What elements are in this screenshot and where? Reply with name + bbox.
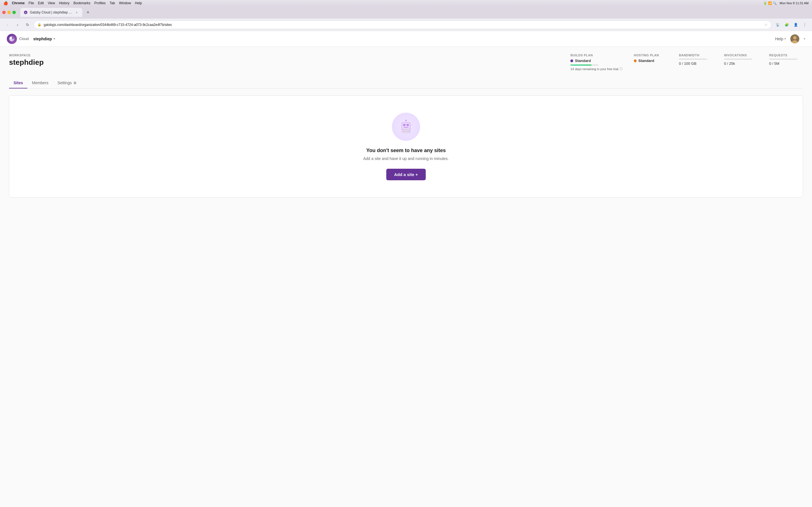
bookmarks-menu[interactable]: Bookmarks	[73, 1, 91, 5]
bandwidth-label: BANDWIDTH	[679, 54, 713, 57]
builds-plan: BUILDS PLAN Standard 14 days remaining i…	[570, 54, 622, 71]
gatsby-logo-icon	[7, 34, 17, 44]
builds-trial-progress-fill	[570, 64, 592, 66]
tab-title: Gatsby Cloud | stephdiep | Site…	[30, 10, 72, 14]
chrome-menu-label[interactable]: Chrome	[12, 1, 24, 5]
builds-trial-progress-bar	[570, 64, 599, 66]
bandwidth-value: 0 / 100 GB	[679, 61, 713, 66]
tab-menu[interactable]: Tab	[110, 1, 115, 5]
macos-menu-bar: 🍎 Chrome File Edit View History Bookmark…	[0, 0, 812, 6]
tab-settings[interactable]: Settings ⚙	[53, 78, 82, 89]
trial-label: days remaining in your free trial	[575, 67, 618, 71]
user-avatar[interactable]	[790, 34, 799, 43]
forward-button[interactable]: ›	[13, 21, 21, 29]
tabs-navigation: Sites Members Settings ⚙	[9, 78, 803, 89]
invocations-metric: INVOCATIONS 0 / 25k	[724, 54, 758, 66]
requests-bar	[769, 59, 797, 60]
builds-plan-badge: Standard	[570, 59, 622, 63]
tab-sites[interactable]: Sites	[9, 78, 28, 89]
builds-plan-name: Standard	[575, 59, 591, 63]
window-close-button[interactable]	[2, 11, 6, 14]
requests-value: 0 / 5M	[769, 61, 803, 66]
svg-rect-8	[407, 124, 409, 126]
window-menu[interactable]: Window	[119, 1, 131, 5]
help-label: Help	[775, 37, 783, 41]
avatar-image	[790, 34, 799, 43]
info-icon[interactable]: ⓘ	[619, 67, 622, 71]
logo-cloud-text: Cloud	[19, 37, 29, 41]
add-site-button[interactable]: Add a site +	[386, 169, 426, 180]
avatar-dropdown-icon: ▾	[804, 37, 805, 40]
tab-members[interactable]: Members	[28, 78, 53, 89]
back-button[interactable]: ‹	[3, 21, 11, 29]
browser-tab-active[interactable]: G Gatsby Cloud | stephdiep | Site… ×	[20, 8, 82, 17]
new-tab-button[interactable]: +	[84, 8, 92, 16]
hosting-plan-name: Standard	[638, 59, 654, 63]
main-content: WORKSPACE stephdiep BUILDS PLAN Standard…	[0, 47, 812, 507]
tab-close-button[interactable]: ×	[74, 10, 79, 15]
file-menu[interactable]: File	[29, 1, 34, 5]
tab-settings-label: Settings	[57, 80, 72, 85]
svg-point-13	[405, 131, 405, 132]
tab-favicon-icon: G	[24, 10, 28, 14]
svg-point-12	[403, 131, 404, 132]
macos-menu-left: 🍎 Chrome File Edit View History Bookmark…	[3, 1, 142, 5]
workspace-label: WORKSPACE	[9, 54, 44, 57]
workspace-selector[interactable]: stephdiep ▾	[33, 37, 55, 41]
trial-days: 14	[570, 67, 574, 71]
chrome-menu-button[interactable]: ⋮	[801, 21, 809, 29]
builds-plan-label: BUILDS PLAN	[570, 54, 622, 57]
svg-point-16	[409, 131, 410, 132]
empty-state-description: Add a site and have it up and running in…	[363, 156, 449, 161]
edit-menu[interactable]: Edit	[38, 1, 44, 5]
svg-text:G: G	[25, 11, 27, 14]
bookmark-star-icon[interactable]: ☆	[764, 22, 768, 27]
hosting-plan-label: HOSTING PLAN	[634, 54, 668, 57]
settings-gear-icon: ⚙	[73, 81, 77, 85]
svg-point-17	[400, 125, 401, 126]
chrome-tab-bar: G Gatsby Cloud | stephdiep | Site… × +	[0, 6, 812, 18]
view-menu[interactable]: View	[48, 1, 55, 5]
hosting-plan: HOSTING PLAN Standard	[634, 54, 668, 63]
gatsby-app-header: Cloud stephdiep ▾ Help ▾ ▾	[0, 31, 812, 47]
window-minimize-button[interactable]	[7, 11, 11, 14]
profiles-menu[interactable]: Profiles	[94, 1, 106, 5]
workspace-section: WORKSPACE stephdiep BUILDS PLAN Standard…	[9, 54, 803, 71]
header-left: Cloud stephdiep ▾	[7, 34, 55, 44]
bandwidth-bar	[679, 59, 707, 60]
url-text: gatsbyjs.com/dashboard/organization/0344…	[44, 23, 762, 27]
window-maximize-button[interactable]	[12, 11, 16, 14]
apple-icon[interactable]: 🍎	[3, 1, 8, 5]
robot-svg	[398, 118, 414, 135]
nav-actions: 📡 🧩 👤 ⋮	[774, 21, 809, 29]
builds-plan-dot	[570, 59, 573, 62]
help-menu[interactable]: Help	[135, 1, 142, 5]
address-bar[interactable]: 🔒 gatsbyjs.com/dashboard/organization/03…	[34, 20, 771, 29]
requests-metric: REQUESTS 0 / 5M	[769, 54, 803, 66]
workspace-dropdown-icon: ▾	[54, 37, 55, 40]
invocations-bar	[724, 59, 752, 60]
invocations-value: 0 / 25k	[724, 61, 758, 66]
empty-state-title: You don't seem to have any sites	[366, 148, 446, 154]
tab-sites-label: Sites	[13, 80, 23, 85]
svg-point-18	[411, 128, 412, 129]
svg-rect-6	[402, 122, 410, 130]
svg-point-15	[407, 131, 408, 132]
profile-button[interactable]: 👤	[792, 21, 800, 29]
reload-button[interactable]: ↻	[24, 21, 32, 29]
workspace-info: WORKSPACE stephdiep	[9, 54, 44, 67]
svg-point-4	[793, 36, 797, 40]
tab-members-label: Members	[32, 80, 48, 85]
workspace-selector-name: stephdiep	[33, 37, 52, 41]
svg-point-10	[405, 120, 407, 121]
invocations-label: INVOCATIONS	[724, 54, 758, 57]
extensions-button[interactable]: 🧩	[783, 21, 791, 29]
help-button[interactable]: Help ▾	[775, 37, 786, 41]
svg-point-20	[400, 129, 401, 130]
gatsby-logo: Cloud	[7, 34, 29, 44]
history-menu[interactable]: History	[59, 1, 69, 5]
cast-button[interactable]: 📡	[774, 21, 781, 29]
plans-section: BUILDS PLAN Standard 14 days remaining i…	[570, 54, 803, 71]
bandwidth-metric: BANDWIDTH 0 / 100 GB	[679, 54, 713, 66]
lock-icon: 🔒	[38, 23, 42, 26]
